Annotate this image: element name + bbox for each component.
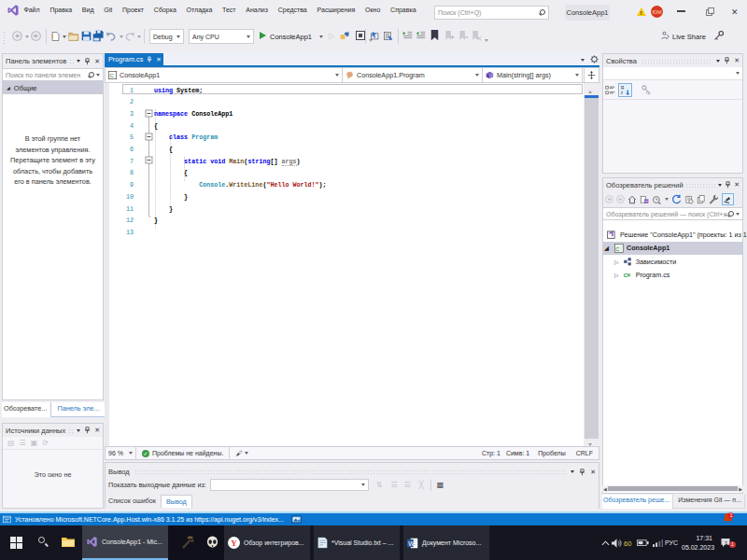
svg-text:z: z <box>621 91 624 95</box>
svg-text:W: W <box>408 539 415 546</box>
svg-text:C: C <box>110 73 115 78</box>
svg-text:C: C <box>615 245 619 251</box>
svg-text:C: C <box>623 272 627 278</box>
svg-text:Я: Я <box>621 85 625 90</box>
svg-text:1: 1 <box>730 512 733 518</box>
